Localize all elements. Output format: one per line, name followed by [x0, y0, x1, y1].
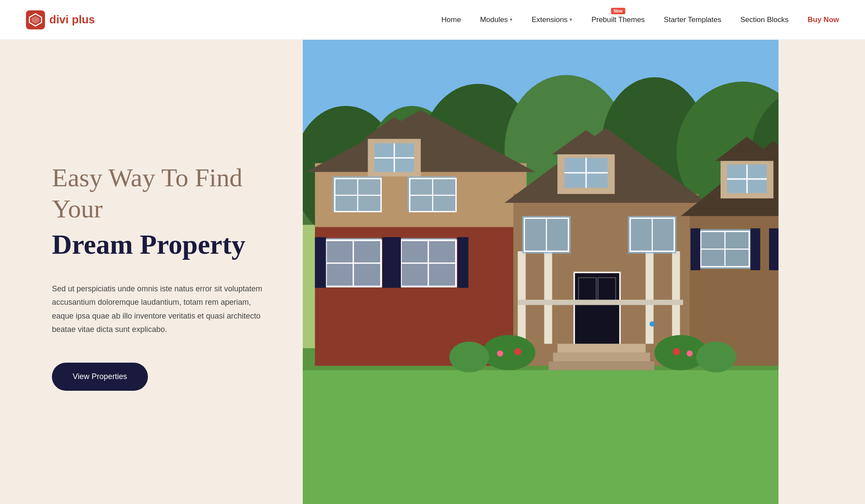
svg-rect-56: [575, 273, 619, 344]
main-nav: Home Modules ▾ Extensions ▾ New Prebuilt…: [442, 16, 839, 24]
svg-rect-61: [544, 251, 552, 344]
svg-rect-40: [315, 237, 326, 288]
svg-rect-85: [553, 353, 650, 361]
hero-title-line2: Dream Property: [52, 229, 268, 261]
svg-rect-62: [646, 251, 654, 344]
svg-point-95: [650, 321, 655, 326]
nav-buy-now[interactable]: Buy Now: [807, 16, 839, 24]
svg-rect-46: [390, 237, 400, 288]
svg-rect-36: [324, 238, 381, 287]
svg-rect-63: [672, 251, 680, 344]
view-properties-button[interactable]: View Properties: [52, 363, 148, 391]
svg-rect-81: [769, 228, 778, 270]
svg-point-87: [483, 335, 535, 370]
nav-modules[interactable]: Modules ▾: [480, 16, 513, 24]
logo[interactable]: divi plus: [26, 10, 95, 29]
svg-rect-75: [691, 228, 700, 270]
svg-rect-64: [518, 300, 683, 305]
hero-section: Easy Way To Find Your Dream Property Sed…: [0, 40, 865, 504]
nav-section-blocks[interactable]: Section Blocks: [740, 16, 789, 24]
svg-rect-60: [518, 251, 525, 344]
svg-point-92: [497, 351, 503, 357]
hero-description: Sed ut perspiciatis unde omnis iste natu…: [52, 282, 268, 337]
svg-rect-47: [457, 237, 468, 288]
svg-point-89: [449, 341, 489, 372]
nav-prebuilt-themes[interactable]: New Prebuilt Themes: [591, 16, 644, 24]
extensions-chevron-icon: ▾: [570, 17, 572, 22]
nav-home[interactable]: Home: [442, 16, 461, 24]
svg-rect-86: [548, 361, 654, 370]
modules-chevron-icon: ▾: [510, 17, 513, 22]
svg-rect-84: [557, 344, 646, 352]
svg-point-93: [673, 348, 680, 355]
svg-point-91: [514, 348, 521, 355]
new-badge: New: [611, 8, 625, 14]
svg-rect-52: [407, 176, 456, 212]
svg-rect-76: [750, 228, 760, 270]
hero-image-area: [303, 40, 865, 504]
logo-icon: [26, 10, 45, 29]
svg-rect-42: [399, 238, 456, 287]
svg-point-94: [687, 351, 693, 357]
hero-title-line1: Easy Way To Find Your: [52, 162, 268, 224]
hero-content: Easy Way To Find Your Dream Property Sed…: [0, 40, 303, 504]
site-header: divi plus Home Modules ▾ Extensions ▾ Ne…: [0, 0, 865, 40]
svg-point-90: [696, 341, 736, 372]
svg-rect-48: [333, 176, 381, 212]
logo-text: divi plus: [49, 13, 95, 26]
hero-right-overlay: [778, 40, 865, 504]
nav-extensions[interactable]: Extensions ▾: [532, 16, 572, 24]
nav-starter-templates[interactable]: Starter Templates: [664, 16, 721, 24]
